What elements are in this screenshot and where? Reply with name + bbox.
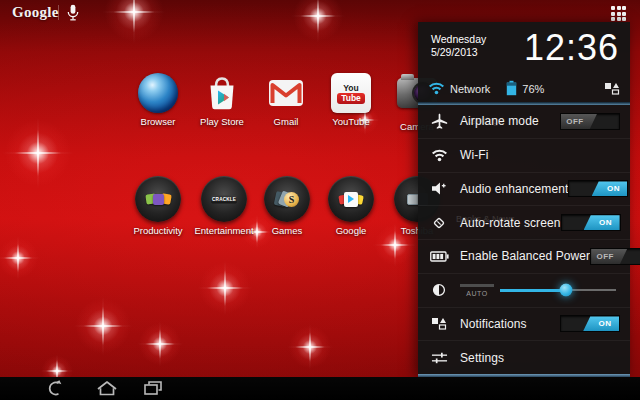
recents-icon <box>143 380 163 397</box>
app-label: Play Store <box>193 116 251 127</box>
row-wifi[interactable]: Wi-Fi <box>418 139 630 173</box>
row-label: Auto-rotate screen <box>460 216 561 230</box>
folder-productivity[interactable]: Productivity <box>128 176 188 236</box>
row-auto-rotate[interactable]: Auto-rotate screen ON <box>418 206 630 240</box>
audio-enhancement-toggle[interactable]: ON <box>568 180 628 197</box>
play-store-icon <box>202 73 242 113</box>
row-label: Settings <box>460 351 620 365</box>
settings-sliders-icon <box>428 351 450 365</box>
day-label: Wednesday <box>431 33 486 46</box>
airplane-icon <box>428 113 450 130</box>
date-label: 5/29/2013 <box>431 46 478 59</box>
row-label: Airplane mode <box>460 114 560 128</box>
app-label: Gmail <box>257 116 315 127</box>
battery-icon <box>506 80 517 98</box>
google-search-widget[interactable]: Google <box>12 4 59 21</box>
app-label: Browser <box>129 116 187 127</box>
wifi-icon <box>428 148 450 162</box>
recents-button[interactable] <box>136 378 170 399</box>
network-label: Network <box>450 83 490 95</box>
slider-fill <box>500 289 566 292</box>
row-settings[interactable]: Settings <box>418 341 630 374</box>
app-youtube[interactable]: You Tube YouTube <box>322 73 380 127</box>
gmail-icon <box>266 73 306 113</box>
quick-settings-panel: Settings Books & News Wednesday 5/29/201… <box>418 22 630 377</box>
row-balanced-power[interactable]: Enable Balanced Power OFF <box>418 240 630 274</box>
app-gmail[interactable]: Gmail <box>257 73 315 127</box>
audio-icon <box>428 181 450 196</box>
top-bar: Google <box>0 0 640 24</box>
status-row: Network 76% <box>418 76 630 102</box>
app-browser[interactable]: Browser <box>129 73 187 127</box>
devices-status-icon <box>604 82 620 97</box>
folder-label: Google <box>321 225 381 236</box>
rotate-icon <box>428 215 450 231</box>
airplane-mode-toggle[interactable]: OFF <box>560 113 620 130</box>
sparkle <box>287 324 333 370</box>
row-label: Notifications <box>460 317 560 331</box>
crackle-mini-icon: CRACKLE <box>211 195 237 203</box>
home-button[interactable] <box>90 378 124 399</box>
sparkle <box>137 321 183 367</box>
slider-thumb[interactable] <box>560 284 573 297</box>
folder-icon: CRACKLE <box>201 176 247 222</box>
app-label: YouTube <box>322 116 380 127</box>
panel-header: Wednesday 5/29/2013 12:36 <box>418 22 630 76</box>
notifications-icon <box>428 317 450 330</box>
row-label: Enable Balanced Power <box>460 249 590 263</box>
row-brightness[interactable]: AUTO <box>418 274 630 308</box>
row-audio-enhancement[interactable]: Audio enhancement ON <box>418 173 630 207</box>
folder-label: Productivity <box>128 225 188 236</box>
sparkle <box>0 236 40 280</box>
home-icon <box>96 380 118 397</box>
folder-entertainment[interactable]: CRACKLE Entertainment <box>194 176 254 236</box>
brightness-slider[interactable] <box>500 282 616 298</box>
mic-icon[interactable] <box>66 4 80 26</box>
youtube-text: You <box>343 84 358 92</box>
toggle-state: ON <box>583 316 619 331</box>
youtube-icon: You Tube <box>331 73 371 113</box>
row-label: Wi-Fi <box>460 148 620 162</box>
navigation-bar <box>0 377 640 400</box>
toggle-state: OFF <box>561 114 597 129</box>
battery-horizontal-icon <box>428 251 450 262</box>
row-label: Audio enhancement <box>460 182 568 196</box>
screen: Google Browser <box>0 0 640 400</box>
folder-icon: S <box>264 176 310 222</box>
folder-icon <box>135 176 181 222</box>
folder-google[interactable]: Google <box>321 176 381 236</box>
sparkle <box>73 296 133 356</box>
browser-icon <box>138 73 178 113</box>
battery-percent: 76% <box>522 83 544 95</box>
folder-label: Entertainment <box>194 225 254 236</box>
notifications-toggle[interactable]: ON <box>560 315 620 332</box>
apps-grid-icon[interactable] <box>611 6 628 21</box>
auto-rotate-toggle[interactable]: ON <box>561 214 621 231</box>
brightness-auto-button[interactable]: AUTO <box>460 284 494 297</box>
clock: 12:36 <box>524 27 619 69</box>
toggle-state: ON <box>584 215 620 230</box>
divider <box>58 5 59 20</box>
folder-label: Games <box>257 225 317 236</box>
wifi-signal-icon <box>428 81 445 97</box>
youtube-text: Tube <box>337 93 365 104</box>
row-airplane-mode[interactable]: Airplane mode OFF <box>418 105 630 139</box>
toggle-state: OFF <box>591 249 627 264</box>
games-mini-icon: S <box>284 192 299 207</box>
app-play-store[interactable]: Play Store <box>193 73 251 127</box>
sparkle <box>197 260 253 316</box>
row-notifications[interactable]: Notifications ON <box>418 308 630 342</box>
back-button[interactable] <box>38 378 72 399</box>
toggle-state: ON <box>592 181 628 196</box>
sparkle <box>2 117 74 189</box>
brightness-icon <box>428 283 450 297</box>
balanced-power-toggle[interactable]: OFF <box>590 248 640 265</box>
back-icon <box>45 380 65 397</box>
folder-games[interactable]: S Games <box>257 176 317 236</box>
folder-icon <box>328 176 374 222</box>
